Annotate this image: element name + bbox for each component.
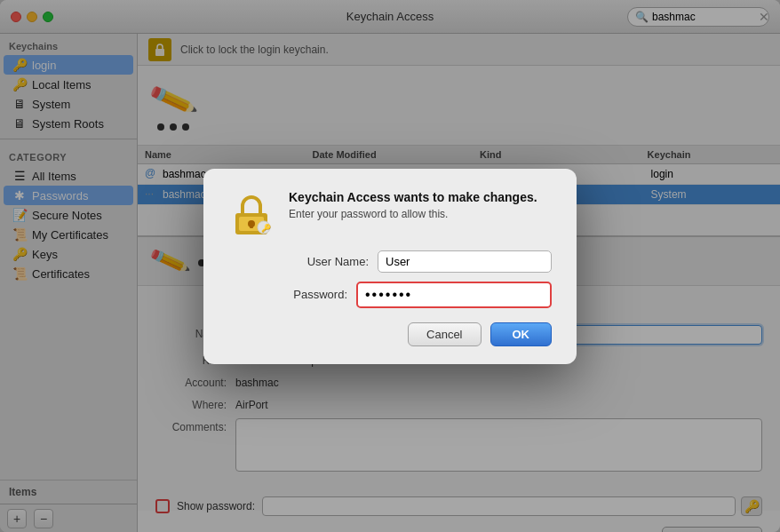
modal-dialog: 🔑 Keychain Access wants to make changes.…: [203, 169, 577, 364]
modal-buttons: Cancel OK: [228, 322, 552, 346]
modal-text-area: Keychain Access wants to make changes. E…: [289, 190, 537, 220]
modal-subtitle: Enter your password to allow this.: [289, 208, 537, 220]
modal-overlay: 🔑 Keychain Access wants to make changes.…: [0, 0, 780, 532]
modal-form: User Name: Password:: [289, 250, 552, 308]
modal-password-row: Password:: [289, 282, 552, 308]
modal-ok-button[interactable]: OK: [490, 322, 553, 346]
modal-title: Keychain Access wants to make changes.: [289, 190, 537, 204]
modal-username-row: User Name:: [289, 250, 552, 273]
modal-password-input[interactable]: [356, 282, 552, 308]
modal-username-input[interactable]: [378, 250, 552, 273]
modal-username-label: User Name:: [289, 255, 369, 268]
modal-cancel-button[interactable]: Cancel: [408, 322, 481, 346]
svg-rect-4: [250, 224, 253, 228]
svg-text:🔑: 🔑: [261, 223, 272, 234]
modal-lock-icon: 🔑: [228, 190, 275, 236]
modal-header: 🔑 Keychain Access wants to make changes.…: [228, 190, 552, 236]
modal-password-label: Password:: [289, 288, 347, 301]
